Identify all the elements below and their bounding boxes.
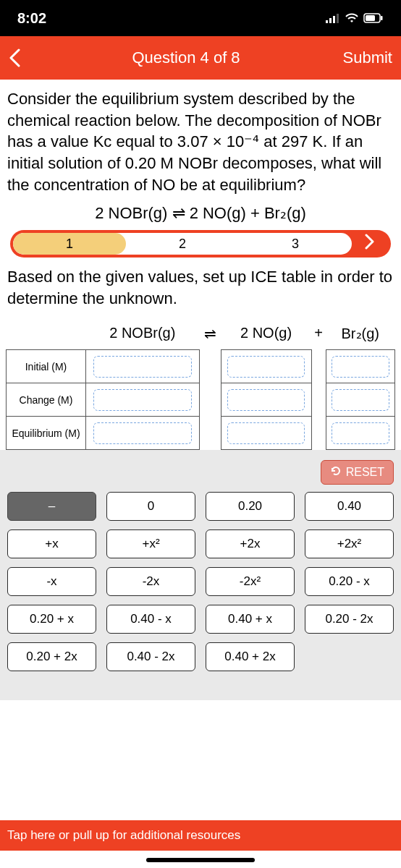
ice-col-no: 2 NO(g) (221, 317, 311, 350)
status-icons (326, 10, 384, 27)
step-2[interactable]: 2 (126, 233, 239, 255)
answer-tile-pool: RESET – 0 0.20 0.40 +x +x² +2x +2x² -x -… (0, 450, 401, 700)
ice-row-change: Change (M) (7, 383, 86, 417)
back-button[interactable] (9, 48, 38, 67)
drop-change-nobr[interactable] (93, 389, 192, 411)
tile-minus-2x2[interactable]: -2x² (206, 567, 295, 596)
tile-plus-x[interactable]: +x (7, 529, 96, 558)
tile-0p20[interactable]: 0.20 (206, 492, 295, 521)
tile-0p40-plus-x[interactable]: 0.40 + x (206, 605, 295, 634)
drop-change-br2[interactable] (332, 389, 389, 411)
drop-initial-br2[interactable] (332, 356, 389, 378)
ice-col-nobr: 2 NOBr(g) (86, 317, 200, 350)
tile-blank[interactable]: – (7, 492, 96, 521)
ice-row-initial: Initial (M) (7, 350, 86, 383)
tile-0p20-plus-x[interactable]: 0.20 + x (7, 605, 96, 634)
tile-0[interactable]: 0 (106, 492, 195, 521)
tile-0p40-minus-2x[interactable]: 0.40 - 2x (106, 642, 195, 671)
tile-0p40[interactable]: 0.40 (305, 492, 394, 521)
tile-0p40-plus-2x[interactable]: 0.40 + 2x (206, 642, 295, 671)
wifi-icon (345, 10, 359, 27)
battery-icon (363, 10, 384, 27)
drop-eq-nobr[interactable] (93, 422, 192, 444)
tile-plus-x2[interactable]: +x² (106, 529, 195, 558)
reset-button[interactable]: RESET (321, 460, 394, 485)
tile-0p20-plus-2x[interactable]: 0.20 + 2x (7, 642, 96, 671)
svg-rect-6 (381, 16, 383, 20)
plus-sign: + (311, 317, 326, 350)
drop-eq-br2[interactable] (332, 422, 389, 444)
step-indicator: 1 2 3 (10, 230, 391, 258)
additional-resources-bar[interactable]: Tap here or pull up for additional resou… (0, 820, 401, 851)
drop-change-no[interactable] (227, 389, 305, 411)
undo-icon (330, 465, 342, 480)
svg-rect-1 (329, 18, 332, 23)
tile-0p20-minus-x[interactable]: 0.20 - x (305, 567, 394, 596)
drop-initial-nobr[interactable] (93, 356, 192, 378)
reaction-equation: 2 NOBr(g) ⇌ 2 NO(g) + Br₂(g) (6, 204, 395, 223)
question-title: Question 4 of 8 (38, 48, 334, 67)
drop-initial-no[interactable] (227, 356, 305, 378)
reset-label: RESET (346, 466, 384, 479)
submit-button[interactable]: Submit (334, 48, 392, 67)
tile-plus-2x2[interactable]: +2x² (305, 529, 394, 558)
ice-row-equilibrium: Equilibrium (M) (7, 417, 86, 450)
ice-table: 2 NOBr(g) ⇌ 2 NO(g) + Br₂(g) Initial (M) (6, 317, 395, 451)
step-next-button[interactable] (352, 234, 388, 254)
step-instruction: Based on the given values, set up ICE ta… (6, 265, 395, 316)
tile-0p40-minus-x[interactable]: 0.40 - x (106, 605, 195, 634)
step-3[interactable]: 3 (239, 233, 352, 255)
status-time: 8:02 (17, 10, 46, 27)
ice-col-br2: Br₂(g) (326, 317, 395, 350)
step-1[interactable]: 1 (13, 233, 126, 255)
svg-rect-2 (333, 16, 335, 23)
question-prompt: Consider the equilibrium system describe… (6, 85, 395, 201)
tile-minus-x[interactable]: -x (7, 567, 96, 596)
tile-0p20-minus-2x[interactable]: 0.20 - 2x (305, 605, 394, 634)
question-header: Question 4 of 8 Submit (0, 36, 401, 80)
svg-rect-3 (337, 14, 339, 23)
status-bar: 8:02 (0, 0, 401, 36)
svg-rect-0 (326, 20, 328, 23)
equilibrium-arrow: ⇌ (199, 317, 221, 350)
drop-eq-no[interactable] (227, 422, 305, 444)
signal-icon (326, 10, 340, 27)
tile-plus-2x[interactable]: +2x (206, 529, 295, 558)
tile-minus-2x[interactable]: -2x (106, 567, 195, 596)
svg-rect-5 (366, 15, 375, 21)
home-indicator[interactable] (146, 858, 255, 862)
